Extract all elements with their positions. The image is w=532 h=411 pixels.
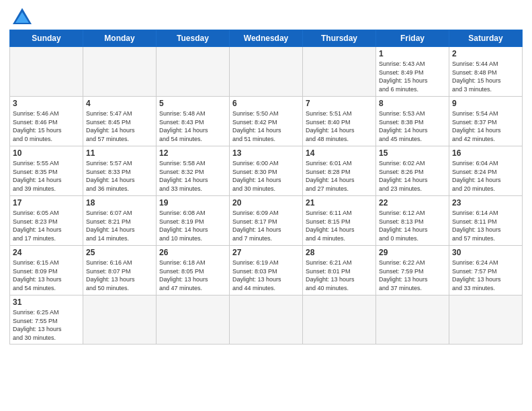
calendar-day-cell: 7Sunrise: 5:51 AM Sunset: 8:40 PM Daylig…: [303, 97, 376, 146]
page: SundayMondayTuesdayWednesdayThursdayFrid…: [0, 0, 532, 411]
calendar-day-cell: [449, 295, 523, 345]
day-number: 22: [379, 198, 446, 208]
calendar-day-cell: 5Sunrise: 5:48 AM Sunset: 8:43 PM Daylig…: [157, 97, 230, 146]
day-number: 5: [159, 99, 226, 108]
calendar-day-cell: [10, 47, 83, 97]
calendar-week-row: 10Sunrise: 5:55 AM Sunset: 8:35 PM Dayli…: [10, 146, 523, 196]
day-info: Sunrise: 6:18 AM Sunset: 8:05 PM Dayligh…: [159, 259, 226, 292]
day-number: 16: [452, 148, 519, 158]
day-info: Sunrise: 5:47 AM Sunset: 8:45 PM Dayligh…: [86, 109, 153, 143]
day-number: 10: [13, 148, 80, 158]
day-info: Sunrise: 5:53 AM Sunset: 8:38 PM Dayligh…: [379, 109, 446, 143]
calendar-day-cell: 30Sunrise: 6:24 AM Sunset: 7:57 PM Dayli…: [449, 246, 523, 295]
calendar-day-cell: 11Sunrise: 5:57 AM Sunset: 8:33 PM Dayli…: [83, 146, 157, 196]
weekday-header-wednesday: Wednesday: [230, 30, 303, 47]
day-info: Sunrise: 6:08 AM Sunset: 8:19 PM Dayligh…: [159, 209, 226, 242]
day-info: Sunrise: 5:55 AM Sunset: 8:35 PM Dayligh…: [13, 159, 80, 193]
day-number: 3: [13, 99, 80, 108]
day-number: 29: [379, 248, 446, 257]
day-info: Sunrise: 5:54 AM Sunset: 8:37 PM Dayligh…: [452, 109, 519, 143]
calendar-table: SundayMondayTuesdayWednesdayThursdayFrid…: [9, 30, 523, 345]
day-info: Sunrise: 5:58 AM Sunset: 8:32 PM Dayligh…: [159, 159, 226, 193]
day-info: Sunrise: 6:07 AM Sunset: 8:21 PM Dayligh…: [86, 209, 153, 242]
day-info: Sunrise: 6:15 AM Sunset: 8:09 PM Dayligh…: [13, 259, 80, 292]
calendar-day-cell: [303, 295, 376, 345]
calendar-day-cell: 26Sunrise: 6:18 AM Sunset: 8:05 PM Dayli…: [157, 246, 230, 295]
day-number: 17: [13, 198, 80, 208]
logo-icon: [11, 7, 33, 26]
day-info: Sunrise: 6:25 AM Sunset: 7:55 PM Dayligh…: [13, 308, 80, 342]
weekday-header-monday: Monday: [83, 30, 157, 47]
day-info: Sunrise: 6:00 AM Sunset: 8:30 PM Dayligh…: [232, 159, 300, 193]
calendar-day-cell: 6Sunrise: 5:50 AM Sunset: 8:42 PM Daylig…: [230, 97, 303, 146]
calendar-week-row: 31Sunrise: 6:25 AM Sunset: 7:55 PM Dayli…: [10, 295, 523, 345]
day-number: 8: [379, 99, 446, 108]
weekday-header-sunday: Sunday: [10, 30, 83, 47]
day-info: Sunrise: 6:11 AM Sunset: 8:15 PM Dayligh…: [306, 209, 373, 242]
day-info: Sunrise: 6:09 AM Sunset: 8:17 PM Dayligh…: [232, 209, 300, 242]
day-number: 26: [159, 248, 226, 257]
calendar-day-cell: [376, 295, 449, 345]
day-number: 23: [452, 198, 519, 208]
calendar-day-cell: 24Sunrise: 6:15 AM Sunset: 8:09 PM Dayli…: [10, 246, 83, 295]
header: [9, 7, 523, 26]
calendar-day-cell: 4Sunrise: 5:47 AM Sunset: 8:45 PM Daylig…: [83, 97, 157, 146]
day-number: 21: [306, 198, 373, 208]
calendar-day-cell: 10Sunrise: 5:55 AM Sunset: 8:35 PM Dayli…: [10, 146, 83, 196]
calendar-day-cell: [230, 47, 303, 97]
day-number: 27: [232, 248, 300, 257]
calendar-day-cell: 25Sunrise: 6:16 AM Sunset: 8:07 PM Dayli…: [83, 246, 157, 295]
calendar-day-cell: [157, 295, 230, 345]
calendar-day-cell: 13Sunrise: 6:00 AM Sunset: 8:30 PM Dayli…: [230, 146, 303, 196]
day-number: 24: [13, 248, 80, 257]
calendar-day-cell: [303, 47, 376, 97]
day-number: 25: [86, 248, 153, 257]
day-number: 19: [159, 198, 226, 208]
calendar-day-cell: 8Sunrise: 5:53 AM Sunset: 8:38 PM Daylig…: [376, 97, 449, 146]
calendar-day-cell: 19Sunrise: 6:08 AM Sunset: 8:19 PM Dayli…: [157, 196, 230, 246]
day-number: 20: [232, 198, 300, 208]
calendar-day-cell: 3Sunrise: 5:46 AM Sunset: 8:46 PM Daylig…: [10, 97, 83, 146]
calendar-day-cell: 18Sunrise: 6:07 AM Sunset: 8:21 PM Dayli…: [83, 196, 157, 246]
weekday-header-thursday: Thursday: [303, 30, 376, 47]
day-number: 14: [306, 148, 373, 158]
day-info: Sunrise: 5:57 AM Sunset: 8:33 PM Dayligh…: [86, 159, 153, 193]
day-info: Sunrise: 5:48 AM Sunset: 8:43 PM Dayligh…: [159, 109, 226, 143]
day-info: Sunrise: 5:51 AM Sunset: 8:40 PM Dayligh…: [306, 109, 373, 143]
day-info: Sunrise: 6:12 AM Sunset: 8:13 PM Dayligh…: [379, 209, 446, 242]
calendar-day-cell: 27Sunrise: 6:19 AM Sunset: 8:03 PM Dayli…: [230, 246, 303, 295]
calendar-day-cell: 20Sunrise: 6:09 AM Sunset: 8:17 PM Dayli…: [230, 196, 303, 246]
calendar-day-cell: 22Sunrise: 6:12 AM Sunset: 8:13 PM Dayli…: [376, 196, 449, 246]
day-number: 31: [13, 298, 80, 307]
calendar-day-cell: 21Sunrise: 6:11 AM Sunset: 8:15 PM Dayli…: [303, 196, 376, 246]
calendar-day-cell: [230, 295, 303, 345]
calendar-day-cell: 12Sunrise: 5:58 AM Sunset: 8:32 PM Dayli…: [157, 146, 230, 196]
calendar-day-cell: 14Sunrise: 6:01 AM Sunset: 8:28 PM Dayli…: [303, 146, 376, 196]
calendar-header-row: SundayMondayTuesdayWednesdayThursdayFrid…: [10, 30, 523, 47]
day-number: 6: [232, 99, 300, 108]
calendar-day-cell: 31Sunrise: 6:25 AM Sunset: 7:55 PM Dayli…: [10, 295, 83, 345]
calendar-week-row: 17Sunrise: 6:05 AM Sunset: 8:23 PM Dayli…: [10, 196, 523, 246]
calendar-day-cell: 9Sunrise: 5:54 AM Sunset: 8:37 PM Daylig…: [449, 97, 523, 146]
weekday-header-friday: Friday: [376, 30, 449, 47]
calendar-day-cell: 29Sunrise: 6:22 AM Sunset: 7:59 PM Dayli…: [376, 246, 449, 295]
day-info: Sunrise: 6:16 AM Sunset: 8:07 PM Dayligh…: [86, 259, 153, 292]
day-info: Sunrise: 5:50 AM Sunset: 8:42 PM Dayligh…: [232, 109, 300, 143]
day-info: Sunrise: 5:46 AM Sunset: 8:46 PM Dayligh…: [13, 109, 80, 143]
day-info: Sunrise: 6:02 AM Sunset: 8:26 PM Dayligh…: [379, 159, 446, 193]
calendar-day-cell: [157, 47, 230, 97]
day-info: Sunrise: 6:01 AM Sunset: 8:28 PM Dayligh…: [306, 159, 373, 193]
day-info: Sunrise: 6:05 AM Sunset: 8:23 PM Dayligh…: [13, 209, 80, 242]
day-info: Sunrise: 6:24 AM Sunset: 7:57 PM Dayligh…: [452, 259, 519, 292]
day-number: 9: [452, 99, 519, 108]
weekday-header-tuesday: Tuesday: [157, 30, 230, 47]
calendar-day-cell: 28Sunrise: 6:21 AM Sunset: 8:01 PM Dayli…: [303, 246, 376, 295]
day-number: 12: [159, 148, 226, 158]
day-number: 15: [379, 148, 446, 158]
day-number: 4: [86, 99, 153, 108]
day-info: Sunrise: 6:14 AM Sunset: 8:11 PM Dayligh…: [452, 209, 519, 242]
day-number: 7: [306, 99, 373, 108]
calendar-day-cell: 17Sunrise: 6:05 AM Sunset: 8:23 PM Dayli…: [10, 196, 83, 246]
day-info: Sunrise: 6:22 AM Sunset: 7:59 PM Dayligh…: [379, 259, 446, 292]
calendar-day-cell: [83, 47, 157, 97]
